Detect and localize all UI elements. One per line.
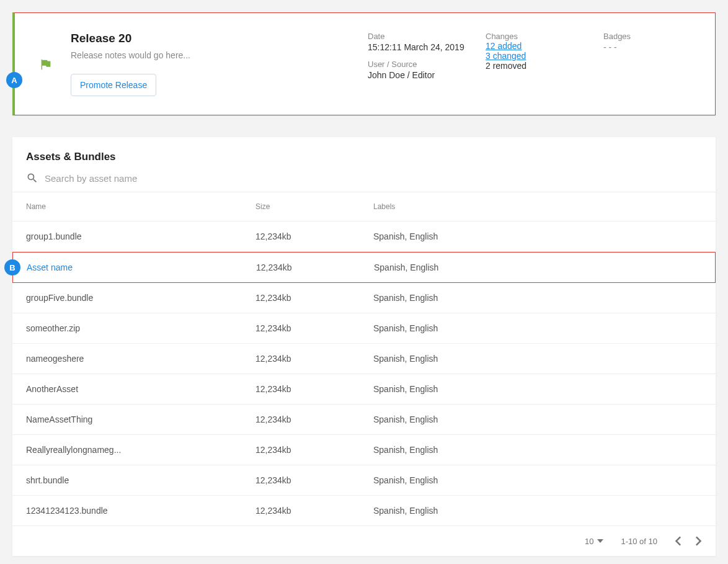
asset-labels: Spanish, English <box>373 445 702 455</box>
flag-column <box>27 32 64 71</box>
asset-labels: Spanish, English <box>373 231 702 241</box>
table-row[interactable]: 12341234123.bundle12,234kbSpanish, Engli… <box>12 496 716 526</box>
assets-title: Assets & Bundles <box>26 151 702 163</box>
dropdown-icon <box>597 539 603 543</box>
table-row[interactable]: groupFive.bundle12,234kbSpanish, English <box>12 283 716 313</box>
asset-name: AnotherAsset <box>26 384 255 394</box>
search-row <box>12 163 716 192</box>
asset-name: 12341234123.bundle <box>26 506 255 516</box>
table-row[interactable]: AnotherAsset12,234kbSpanish, English <box>12 374 716 405</box>
asset-name: nameogeshere <box>26 354 255 364</box>
prev-page-button[interactable] <box>675 536 681 546</box>
changes-label: Changes <box>486 32 603 41</box>
asset-size: 12,234kb <box>255 414 373 424</box>
asset-name: Reallyreallylongnameg... <box>26 445 255 455</box>
assets-header: Assets & Bundles <box>12 137 716 163</box>
assets-card: Assets & Bundles Name Size Labels group1… <box>12 137 716 556</box>
badges-label: Badges <box>603 32 696 41</box>
changes-added-link[interactable]: 12 added <box>486 41 603 51</box>
asset-labels: Spanish, English <box>373 475 702 485</box>
asset-size: 12,234kb <box>255 231 373 241</box>
release-main: Release 20 Release notes would go here..… <box>64 32 368 96</box>
user-value: John Doe / Editor <box>368 70 486 80</box>
flag-icon <box>39 58 53 71</box>
next-page-button[interactable] <box>696 536 702 546</box>
asset-name: shrt.bundle <box>26 475 255 485</box>
asset-size: 12,234kb <box>256 262 374 272</box>
meta-badges: Badges - - - <box>603 32 696 52</box>
changes-removed: 2 removed <box>486 61 603 71</box>
changes-changed-link[interactable]: 3 changed <box>486 51 603 61</box>
asset-labels: Spanish, English <box>373 506 702 516</box>
user-label: User / Source <box>368 60 486 69</box>
page-range: 1-10 of 10 <box>621 537 657 546</box>
asset-labels: Spanish, English <box>374 262 701 272</box>
asset-labels: Spanish, English <box>373 323 702 333</box>
table-row[interactable]: group1.bundle12,234kbSpanish, English <box>12 222 716 252</box>
search-icon <box>26 172 38 184</box>
asset-name: Asset name <box>27 262 256 272</box>
asset-labels: Spanish, English <box>373 384 702 394</box>
badges-value: - - - <box>603 42 696 52</box>
page-size-value: 10 <box>585 537 593 546</box>
page-nav <box>675 536 702 546</box>
release-notes: Release notes would go here... <box>71 50 368 60</box>
pagination: 10 1-10 of 10 <box>12 526 716 556</box>
asset-name: groupFive.bundle <box>26 293 255 303</box>
annotation-badge-b: B <box>4 259 20 275</box>
asset-labels: Spanish, English <box>373 414 702 424</box>
annotation-badge-a: A <box>6 72 22 88</box>
table-row[interactable]: someother.zip12,234kbSpanish, English <box>12 313 716 344</box>
meta-changes: Changes 12 added 3 changed 2 removed <box>486 32 603 71</box>
col-header-size[interactable]: Size <box>255 202 373 211</box>
col-header-name[interactable]: Name <box>26 202 255 211</box>
table-header: Name Size Labels <box>12 192 716 222</box>
asset-name: group1.bundle <box>26 231 255 241</box>
asset-size: 12,234kb <box>255 384 373 394</box>
asset-size: 12,234kb <box>255 293 373 303</box>
table-row[interactable]: Reallyreallylongnameg...12,234kbSpanish,… <box>12 435 716 465</box>
table-body: group1.bundle12,234kbSpanish, EnglishBAs… <box>12 222 716 526</box>
asset-size: 12,234kb <box>255 354 373 364</box>
table-row[interactable]: BAsset name12,234kbSpanish, English <box>12 252 716 283</box>
asset-size: 12,234kb <box>255 475 373 485</box>
asset-name: NameAssetThing <box>26 414 255 424</box>
page-size-select[interactable]: 10 <box>585 537 603 546</box>
asset-labels: Spanish, English <box>373 354 702 364</box>
asset-size: 12,234kb <box>255 506 373 516</box>
date-label: Date <box>368 32 486 41</box>
table-row[interactable]: NameAssetThing12,234kbSpanish, English <box>12 405 716 435</box>
table-row[interactable]: shrt.bundle12,234kbSpanish, English <box>12 465 716 496</box>
table-row[interactable]: nameogeshere12,234kbSpanish, English <box>12 344 716 374</box>
asset-size: 12,234kb <box>255 323 373 333</box>
meta-date-user: Date 15:12:11 March 24, 2019 User / Sour… <box>368 32 486 87</box>
col-header-labels[interactable]: Labels <box>373 202 702 211</box>
release-title: Release 20 <box>71 32 368 45</box>
asset-name: someother.zip <box>26 323 255 333</box>
release-card: A Release 20 Release notes would go here… <box>12 12 716 115</box>
asset-labels: Spanish, English <box>373 293 702 303</box>
date-value: 15:12:11 March 24, 2019 <box>368 42 486 52</box>
asset-size: 12,234kb <box>255 445 373 455</box>
search-input[interactable] <box>45 173 702 184</box>
promote-release-button[interactable]: Promote Release <box>71 74 156 96</box>
